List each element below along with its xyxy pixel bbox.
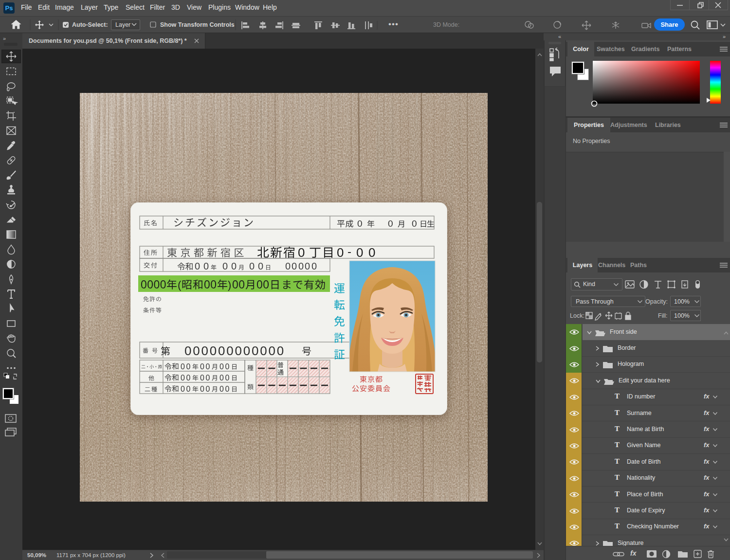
svg-text:-: - <box>347 245 351 258</box>
svg-text:0: 0 <box>292 261 297 271</box>
svg-text:0: 0 <box>368 245 375 260</box>
svg-text:0: 0 <box>195 261 200 271</box>
svg-text:): ) <box>228 279 231 291</box>
svg-text:0: 0 <box>231 261 237 271</box>
svg-text:00: 00 <box>200 385 211 393</box>
svg-text:0: 0 <box>337 245 344 260</box>
svg-text:00: 00 <box>204 278 217 291</box>
svg-text:0: 0 <box>357 218 363 229</box>
svg-text:00: 00 <box>232 278 245 291</box>
svg-text:0: 0 <box>412 218 417 229</box>
svg-text:00: 00 <box>219 362 231 371</box>
svg-text:00: 00 <box>181 385 192 393</box>
svg-text:0000: 0000 <box>141 278 166 291</box>
svg-text:00: 00 <box>219 385 231 393</box>
svg-text:00: 00 <box>200 362 211 371</box>
svg-text:0: 0 <box>258 261 263 271</box>
svg-text:0: 0 <box>222 261 228 271</box>
svg-text:00: 00 <box>181 362 192 371</box>
svg-text:000000000000: 000000000000 <box>184 343 285 358</box>
svg-text:0: 0 <box>298 261 304 271</box>
svg-text:0: 0 <box>388 218 393 229</box>
svg-text:0: 0 <box>249 261 255 271</box>
svg-text:0: 0 <box>305 261 310 271</box>
svg-text:(: ( <box>178 279 182 291</box>
svg-text:0: 0 <box>311 261 317 271</box>
svg-text:00: 00 <box>200 374 211 382</box>
svg-text:0: 0 <box>285 261 291 271</box>
svg-text:00: 00 <box>219 374 231 382</box>
svg-text:00: 00 <box>181 374 192 382</box>
svg-text:00: 00 <box>256 278 270 291</box>
svg-text:0: 0 <box>298 245 305 260</box>
svg-text:0: 0 <box>203 261 209 271</box>
svg-text:0: 0 <box>356 245 363 260</box>
